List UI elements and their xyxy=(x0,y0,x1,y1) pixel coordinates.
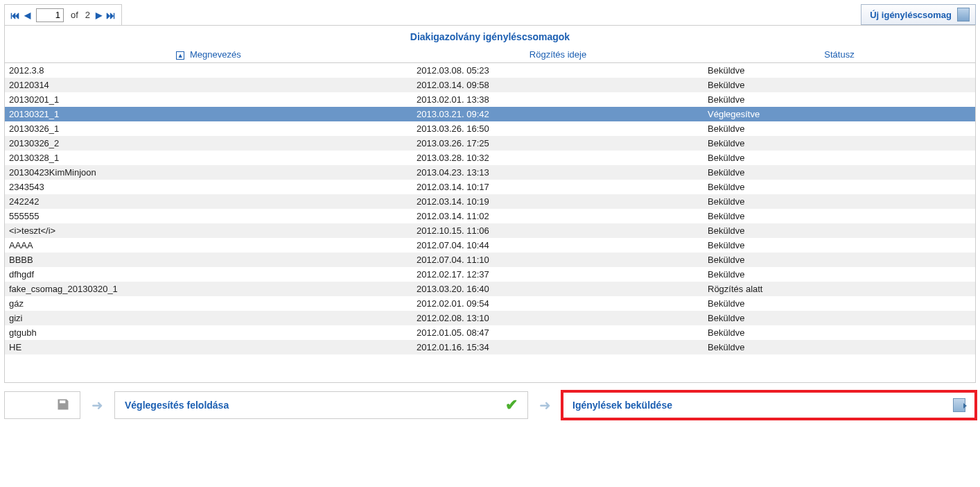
table-row[interactable]: 2422422012.03.14. 10:19Beküldve xyxy=(5,194,975,209)
bottom-bar: ➜ Véglegesítés feloldása ✔ ➜ Igénylések … xyxy=(0,387,980,426)
next-page-icon[interactable]: ▶ xyxy=(94,11,103,19)
cell-date: 2012.02.08. 13:10 xyxy=(412,311,703,325)
column-date-label: Rögzítés ideje xyxy=(530,49,586,60)
column-status[interactable]: Státusz xyxy=(703,46,975,63)
cell-date: 2013.03.26. 16:50 xyxy=(412,121,703,136)
table-row[interactable]: 20130321_12013.03.21. 09:42Véglegesítve xyxy=(5,107,975,121)
new-package-icon xyxy=(957,8,970,22)
cell-date: 2013.04.23. 13:13 xyxy=(412,165,703,180)
cell-name: dfhgdf xyxy=(5,267,412,282)
cell-status: Beküldve xyxy=(703,92,975,107)
table-row[interactable]: 2012.3.82012.03.08. 05:23Beküldve xyxy=(5,63,975,78)
cell-date: 2012.01.05. 08:47 xyxy=(412,325,703,340)
cell-status: Beküldve xyxy=(703,121,975,136)
arrow-icon: ➜ xyxy=(87,397,107,413)
cell-date: 2012.03.14. 09:58 xyxy=(412,78,703,92)
cell-name: gáz xyxy=(5,296,412,311)
cell-name: 2012.3.8 xyxy=(5,63,412,78)
prev-page-icon[interactable]: ◀ xyxy=(23,11,32,19)
last-page-icon[interactable]: ⏭ xyxy=(105,10,117,20)
table-row[interactable]: 23435432012.03.14. 10:17Beküldve xyxy=(5,180,975,194)
table-row[interactable]: BBBB2012.07.04. 11:10Beküldve xyxy=(5,253,975,267)
cell-date: 2012.10.15. 11:06 xyxy=(412,223,703,238)
cell-status: Beküldve xyxy=(703,136,975,151)
cell-name: 20120314 xyxy=(5,78,412,92)
cell-status: Véglegesítve xyxy=(703,107,975,121)
save-box xyxy=(4,391,80,419)
cell-status: Beküldve xyxy=(703,151,975,165)
cell-name: 555555 xyxy=(5,209,412,223)
cell-status: Beküldve xyxy=(703,223,975,238)
cell-status: Rögzítés alatt xyxy=(703,282,975,296)
table-row[interactable]: 20130201_12013.02.01. 13:38Beküldve xyxy=(5,92,975,107)
cell-status: Beküldve xyxy=(703,267,975,282)
table-row[interactable]: gizi2012.02.08. 13:10Beküldve xyxy=(5,311,975,325)
first-page-icon[interactable]: ⏮ xyxy=(9,10,21,20)
page-number-input[interactable] xyxy=(36,8,64,22)
new-package-button[interactable]: Új igényléscsomag xyxy=(861,4,976,25)
cell-name: HE xyxy=(5,340,412,354)
cell-date: 2013.03.28. 10:32 xyxy=(412,151,703,165)
cell-name: 20130201_1 xyxy=(5,92,412,107)
cell-name: gizi xyxy=(5,311,412,325)
cell-status: Beküldve xyxy=(703,296,975,311)
cell-date: 2013.03.26. 17:25 xyxy=(412,136,703,151)
cell-name: 20130328_1 xyxy=(5,151,412,165)
cell-status: Beküldve xyxy=(703,78,975,92)
table-row[interactable]: dfhgdf2012.02.17. 12:37Beküldve xyxy=(5,267,975,282)
cell-name: fake_csomag_20130320_1 xyxy=(5,282,412,296)
table-row[interactable]: 201203142012.03.14. 09:58Beküldve xyxy=(5,78,975,92)
new-package-label: Új igényléscsomag xyxy=(870,10,952,20)
cell-date: 2012.01.16. 15:34 xyxy=(412,340,703,354)
page-of-label: of xyxy=(71,10,78,20)
cell-date: 2012.02.01. 09:54 xyxy=(412,296,703,311)
cell-status: Beküldve xyxy=(703,340,975,354)
cell-name: 20130423KimMinjoon xyxy=(5,165,412,180)
cell-name: 20130326_1 xyxy=(5,121,412,136)
table-row[interactable]: gáz2012.02.01. 09:54Beküldve xyxy=(5,296,975,311)
table-row[interactable]: AAAA2012.07.04. 10:44Beküldve xyxy=(5,238,975,253)
packages-table: ▲ Megnevezés Rögzítés ideje Státusz 2012… xyxy=(5,46,975,354)
column-date[interactable]: Rögzítés ideje xyxy=(412,46,703,63)
check-icon: ✔ xyxy=(505,396,518,414)
cell-date: 2012.03.14. 11:02 xyxy=(412,209,703,223)
table-row[interactable]: 20130326_12013.03.26. 16:50Beküldve xyxy=(5,121,975,136)
cell-date: 2013.03.21. 09:42 xyxy=(412,107,703,121)
column-name[interactable]: ▲ Megnevezés xyxy=(5,46,412,63)
cell-date: 2012.03.14. 10:19 xyxy=(412,194,703,209)
cell-name: 242242 xyxy=(5,194,412,209)
table-row[interactable]: 20130328_12013.03.28. 10:32Beküldve xyxy=(5,151,975,165)
table-row[interactable]: HE2012.01.16. 15:34Beküldve xyxy=(5,340,975,354)
cell-status: Beküldve xyxy=(703,238,975,253)
unlock-finalize-label: Véglegesítés feloldása xyxy=(125,400,229,411)
send-icon xyxy=(953,398,965,412)
table-row[interactable]: gtgubh2012.01.05. 08:47Beküldve xyxy=(5,325,975,340)
cell-status: Beküldve xyxy=(703,180,975,194)
save-icon[interactable] xyxy=(56,398,70,413)
cell-status: Beküldve xyxy=(703,194,975,209)
cell-status: Beküldve xyxy=(703,311,975,325)
cell-date: 2012.03.08. 05:23 xyxy=(412,63,703,78)
cell-name: 2343543 xyxy=(5,180,412,194)
cell-date: 2012.07.04. 11:10 xyxy=(412,253,703,267)
cell-date: 2012.02.17. 12:37 xyxy=(412,267,703,282)
cell-name: BBBB xyxy=(5,253,412,267)
table-row[interactable]: <i>teszt</i>2012.10.15. 11:06Beküldve xyxy=(5,223,975,238)
table-row[interactable]: 5555552012.03.14. 11:02Beküldve xyxy=(5,209,975,223)
cell-name: 20130321_1 xyxy=(5,107,412,121)
unlock-finalize-button[interactable]: Véglegesítés feloldása ✔ xyxy=(114,391,528,419)
total-pages: 2 xyxy=(85,10,90,20)
table-row[interactable]: 20130326_22013.03.26. 17:25Beküldve xyxy=(5,136,975,151)
sort-asc-icon: ▲ xyxy=(176,51,184,60)
arrow-icon: ➜ xyxy=(535,397,555,413)
cell-status: Beküldve xyxy=(703,63,975,78)
paginator: ⏮ ◀ of 2 ▶ ⏭ xyxy=(4,4,122,25)
cell-status: Beküldve xyxy=(703,253,975,267)
table-row[interactable]: fake_csomag_20130320_12013.03.20. 16:40R… xyxy=(5,282,975,296)
submit-requests-label: Igénylések beküldése xyxy=(572,400,672,411)
submit-requests-button[interactable]: Igénylések beküldése xyxy=(562,391,976,419)
cell-name: gtgubh xyxy=(5,325,412,340)
cell-date: 2013.02.01. 13:38 xyxy=(412,92,703,107)
table-row[interactable]: 20130423KimMinjoon2013.04.23. 13:13Bekül… xyxy=(5,165,975,180)
panel-title: Diakigazolvány igényléscsomagok xyxy=(5,26,975,46)
